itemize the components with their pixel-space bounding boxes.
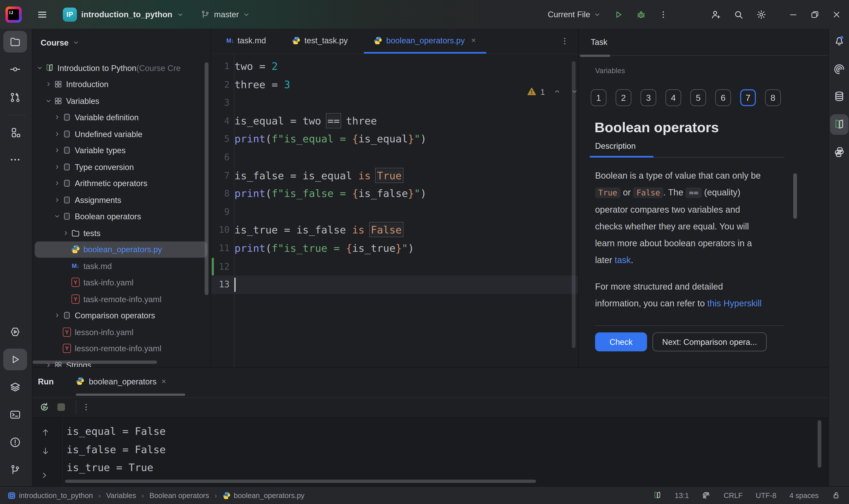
tree-item-task-md[interactable]: M↓task.md [35,258,207,274]
window-close-icon[interactable] [832,10,842,19]
tree-item-boolean-operators[interactable]: Boolean operators [35,208,207,225]
step-5[interactable]: 5 [690,89,706,106]
tree-item-boolean-operators-py[interactable]: boolean_operators.py [35,241,207,258]
inspection-widget[interactable]: 1 [527,86,578,97]
git-branch-selector[interactable]: master [200,10,250,19]
breadcrumb-Boolean operators[interactable]: Boolean operators [149,491,209,499]
editor-tab-boolean-operators-py[interactable]: boolean_operators.py [364,29,486,54]
tool-stripe-project-folder[interactable] [3,31,27,53]
course-vertical-scrollbar[interactable] [205,62,209,295]
tree-item-assignments[interactable]: Assignments [35,192,207,208]
tool-stripe-pull-request[interactable] [3,87,27,108]
run-button[interactable] [613,9,624,20]
window-minimize-icon[interactable] [789,10,798,19]
status-ai-assistant-off[interactable] [702,491,710,500]
chevron-collapsed-icon[interactable] [53,114,61,121]
link-task[interactable]: task [615,255,631,265]
tree-item-task-remote-info-yaml[interactable]: Ytask-remote-info.yaml [35,291,207,307]
chevron-collapsed-icon[interactable] [53,163,61,170]
status-caret-position[interactable]: 13:1 [675,491,689,499]
tool-stripe-problems[interactable] [3,432,27,453]
course-panel-header[interactable]: Course [33,29,211,56]
next-task-button[interactable]: Next: Comparison opera... [652,332,767,352]
tool-stripe-more[interactable] [3,149,27,170]
tree-item-variable-definition[interactable]: Variable definition [35,109,207,126]
tab-description[interactable]: Description [595,141,636,150]
breadcrumb-introduction_to_python[interactable]: introduction_to_python [7,491,93,499]
tree-item-introduction[interactable]: Introduction [35,76,207,93]
status-unlock[interactable] [832,491,841,500]
run-tab[interactable]: boolean_operators [70,367,172,395]
run-console[interactable]: is_equal = Falseis_false = Falseis_true … [33,418,828,486]
editor-tab-test-task-py[interactable]: test_task.py [282,29,358,54]
close-tab-icon[interactable] [471,37,477,43]
tree-item-lesson-remote-info-yaml[interactable]: Ylesson-remote-info.yaml [35,340,207,357]
step-6[interactable]: 6 [715,89,731,106]
chevron-collapsed-icon[interactable] [53,180,61,187]
chevron-expanded-icon[interactable] [53,213,61,220]
tool-stripe-version-control-branch[interactable] [3,459,27,481]
step-7[interactable]: 7 [740,89,756,106]
more-options-icon[interactable] [81,402,91,412]
search-everywhere-icon[interactable] [733,9,744,20]
code-editor[interactable]: 12345678910111213 two = 2three = 3 is_eq… [211,54,578,367]
editor-tab-task-md[interactable]: M↓task.md [217,29,276,54]
tool-stripe-ai-assistant-spiral[interactable] [830,59,848,79]
status-reader-book[interactable] [653,491,662,500]
intellij-idea-logo[interactable]: IJ [5,6,21,22]
console-horizontal-scrollbar[interactable] [65,480,536,483]
code-with-me-icon[interactable] [710,9,721,20]
tool-stripe-python-packages[interactable] [830,142,848,162]
tool-stripe-database[interactable] [830,86,848,107]
tool-stripe-course-book[interactable] [830,114,848,135]
debug-button[interactable] [636,9,647,20]
tree-item-tests[interactable]: tests [35,224,207,241]
hamburger-menu-icon[interactable] [37,9,48,20]
breadcrumb-Variables[interactable]: Variables [106,491,136,499]
window-restore-icon[interactable] [810,10,820,19]
run-configuration-selector[interactable]: Current File [548,10,601,19]
scroll-down-icon[interactable] [41,446,50,456]
tree-item-comparison-operators[interactable]: Comparison operators [35,307,207,324]
chevron-collapsed-icon[interactable] [53,312,61,319]
step-8[interactable]: 8 [765,89,781,106]
tree-item-variables[interactable]: Variables [35,93,207,109]
tree-item-task-info-yaml[interactable]: Ytask-info.yaml [35,274,207,291]
project-selector[interactable]: IP introduction_to_python [63,7,184,21]
tree-item-introduction-to-python[interactable]: Introduction to Python (Course Cre [35,59,207,76]
step-4[interactable]: 4 [666,89,681,106]
tool-stripe-commit[interactable] [3,58,27,80]
course-horizontal-scrollbar[interactable] [33,361,157,364]
editor-vertical-scrollbar[interactable] [572,61,576,348]
status-indentation[interactable]: 4 spaces [789,491,818,499]
tool-stripe-structure[interactable] [3,122,27,143]
chevron-collapsed-icon[interactable] [53,196,61,203]
tool-stripe-services-layers[interactable] [3,376,27,398]
tool-stripe-run-play[interactable] [3,348,27,370]
chevron-collapsed-icon[interactable] [53,130,61,138]
status-file-encoding[interactable]: UTF-8 [756,491,776,499]
breadcrumb-boolean_operators.py[interactable]: boolean_operators.py [222,491,304,499]
chevron-expanded-icon[interactable] [36,64,44,71]
stop-button[interactable] [57,403,65,411]
step-2[interactable]: 2 [615,89,631,106]
scroll-up-icon[interactable] [41,428,50,437]
expand-icon[interactable] [40,470,49,480]
settings-gear-icon[interactable] [756,9,767,20]
console-vertical-scrollbar[interactable] [818,420,821,468]
more-actions-icon[interactable] [658,10,668,19]
chevron-expanded-icon[interactable] [44,97,53,104]
check-button[interactable]: Check [595,332,647,352]
tool-stripe-terminal[interactable] [3,404,27,426]
tool-stripe-notifications-bell[interactable] [830,30,848,51]
tab-options-icon[interactable] [560,36,570,46]
link-this-hyperskill[interactable]: this Hyperskill [707,298,762,308]
tree-item-type-conversion[interactable]: Type conversion [35,159,207,175]
task-panel-header[interactable]: Task [579,29,828,56]
chevron-collapsed-icon[interactable] [62,230,70,236]
rerun-button[interactable] [39,402,50,413]
tree-item-arithmetic-operators[interactable]: Arithmetic operators [35,175,207,192]
step-1[interactable]: 1 [591,89,607,106]
tree-item-variable-types[interactable]: Variable types [35,142,207,159]
chevron-collapsed-icon[interactable] [44,81,53,88]
